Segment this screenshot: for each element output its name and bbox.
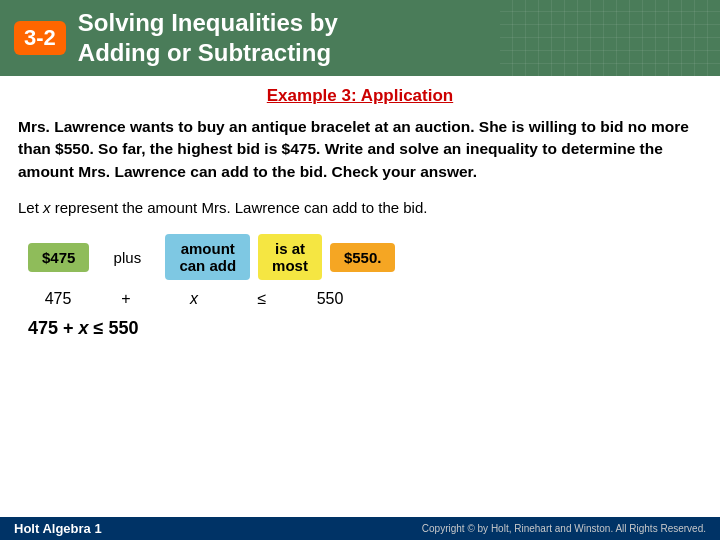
let-suffix: represent the amount Mrs. Lawrence can a…: [51, 199, 428, 216]
lesson-badge: 3-2: [14, 21, 66, 55]
alg-plus: +: [96, 290, 156, 308]
algebra-row: 475 + x ≤ 550: [28, 290, 702, 308]
header-title-line1: Solving Inequalities by: [78, 8, 338, 38]
footer: Holt Algebra 1 Copyright © by Holt, Rine…: [0, 517, 720, 540]
let-prefix: Let: [18, 199, 43, 216]
footer-brand: Holt Algebra 1: [14, 521, 102, 536]
let-statement: Let x represent the amount Mrs. Lawrence…: [18, 197, 702, 218]
final-equation: 475 + x ≤ 550: [28, 318, 702, 339]
alg-x: x: [164, 290, 224, 308]
header-title: Solving Inequalities by Adding or Subtra…: [78, 8, 338, 68]
box-amount: $475: [28, 243, 89, 272]
alg-550: 550: [300, 290, 360, 308]
problem-text: Mrs. Lawrence wants to buy an antique br…: [18, 116, 702, 183]
let-variable: x: [43, 199, 51, 216]
box-is-at-line1: is at: [272, 240, 308, 257]
box-can-add-line1: amount: [179, 240, 236, 257]
boxes-row: $475 plus amount can add is at most $550…: [28, 234, 702, 280]
grid-decoration: [500, 0, 720, 76]
main-content: Example 3: Application Mrs. Lawrence wan…: [0, 76, 720, 345]
alg-leq: ≤: [232, 290, 292, 308]
box-is-at-most: is at most: [258, 234, 322, 280]
box-is-at-line2: most: [272, 257, 308, 274]
box-plus-word: plus: [97, 243, 157, 272]
example-title: Example 3: Application: [18, 86, 702, 106]
header: 3-2 Solving Inequalities by Adding or Su…: [0, 0, 720, 76]
box-value: $550.: [330, 243, 396, 272]
footer-copyright: Copyright © by Holt, Rinehart and Winsto…: [422, 523, 706, 534]
alg-475: 475: [28, 290, 88, 308]
box-can-add-line2: can add: [179, 257, 236, 274]
box-can-add: amount can add: [165, 234, 250, 280]
header-title-line2: Adding or Subtracting: [78, 38, 338, 68]
